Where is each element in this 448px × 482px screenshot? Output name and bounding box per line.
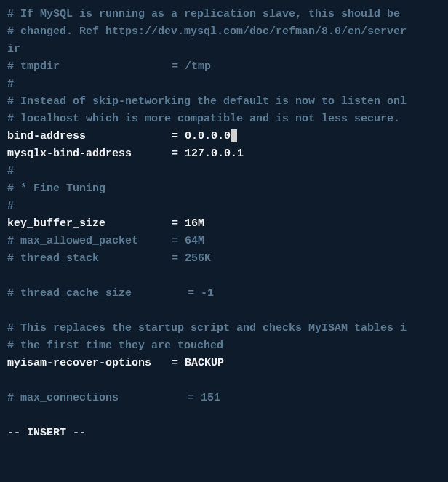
- config-key: mysqlx-bind-address: [7, 145, 172, 163]
- config-val: = 0.0.0.0: [172, 130, 231, 142]
- comment-thread-cache-size: # thread_cache_size= -1: [7, 285, 448, 302]
- comment-key: # tmpdir: [7, 58, 172, 76]
- comment-max-allowed-packet: # max_allowed_packet= 64M: [7, 233, 448, 250]
- blank-line: [7, 302, 448, 320]
- config-val: = 127.0.0.1: [172, 148, 244, 160]
- vim-mode-status: -- INSERT --: [7, 425, 448, 442]
- comment-line: # localhost which is more compatible and…: [7, 111, 448, 128]
- comment-line: ir: [7, 41, 448, 58]
- comment-line: #: [7, 76, 448, 93]
- config-bind-address[interactable]: bind-address= 0.0.0.0: [7, 128, 448, 145]
- comment-val: = 64M: [172, 235, 204, 247]
- comment-line: #: [7, 163, 448, 180]
- comment-line: # Instead of skip-networking the default…: [7, 93, 448, 111]
- comment-line: #: [7, 198, 448, 215]
- config-myisam-recover-options[interactable]: myisam-recover-options= BACKUP: [7, 355, 448, 372]
- comment-max-connections: # max_connections= 151: [7, 390, 448, 407]
- config-key: myisam-recover-options: [7, 355, 172, 372]
- config-key: key_buffer_size: [7, 215, 172, 233]
- comment-val: = 256K: [172, 252, 211, 265]
- config-val: = 16M: [172, 217, 204, 230]
- comment-key: # thread_stack: [7, 250, 172, 268]
- config-key-buffer-size[interactable]: key_buffer_size= 16M: [7, 215, 448, 233]
- blank-line: [7, 268, 448, 285]
- comment-line: # the first time they are touched: [7, 337, 448, 355]
- comment-line: # If MySQL is running as a replication s…: [7, 6, 448, 23]
- comment-key: # thread_cache_size: [7, 285, 188, 302]
- blank-line: [7, 407, 448, 425]
- comment-val: = /tmp: [172, 60, 211, 73]
- config-mysqlx-bind-address[interactable]: mysqlx-bind-address= 127.0.0.1: [7, 145, 448, 163]
- comment-key: # max_connections: [7, 390, 188, 407]
- comment-val: = -1: [188, 287, 214, 300]
- comment-line: # changed. Ref https://dev.mysql.com/doc…: [7, 23, 448, 41]
- comment-line: # This replaces the startup script and c…: [7, 320, 448, 337]
- comment-tmpdir: # tmpdir= /tmp: [7, 58, 448, 76]
- config-key: bind-address: [7, 128, 172, 145]
- comment-key: # max_allowed_packet: [7, 233, 172, 250]
- comment-section-header: # * Fine Tuning: [7, 180, 448, 198]
- text-cursor: [231, 129, 237, 142]
- config-val: = BACKUP: [172, 357, 224, 369]
- blank-line: [7, 372, 448, 390]
- comment-val: = 151: [188, 392, 220, 404]
- comment-thread-stack: # thread_stack= 256K: [7, 250, 448, 268]
